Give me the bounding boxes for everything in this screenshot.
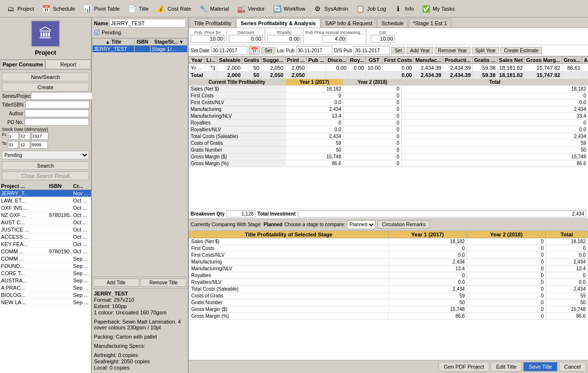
stock-from-mm[interactable]: 12: [20, 132, 30, 140]
pub-price-annual-input[interactable]: 4.00: [322, 35, 347, 43]
data-table-cell: [205, 72, 217, 79]
project-list-item[interactable]: JERRY_T...Nov ...: [0, 190, 91, 197]
project-list-item[interactable]: ACCESS ...Oct ...: [0, 233, 91, 241]
comp-label-cell: Costs of Gratis: [189, 292, 389, 299]
toolbar-sysadmin[interactable]: ⚙ SysAdmin: [309, 2, 352, 16]
data-table-cell: *1: [205, 64, 217, 72]
cancel-button[interactable]: Cancel: [559, 362, 586, 372]
pa-row-label: Total Costs (Saleable): [189, 133, 286, 140]
tab-report[interactable]: Report: [45, 60, 91, 69]
po-no-input[interactable]: [25, 118, 89, 126]
tab-title-profitability[interactable]: Title Profitability: [190, 18, 236, 28]
total-investment-input[interactable]: 2,434: [298, 210, 586, 218]
tab-series-profitability[interactable]: Series Profitability & Analysis: [236, 18, 320, 28]
comp-label-cell: First Costs/NLV: [189, 251, 389, 258]
tab-sap-info[interactable]: SAP Info & Request: [321, 18, 377, 28]
toolbar-material[interactable]: 🔧 Material: [195, 2, 232, 16]
toolbar-info[interactable]: ℹ Info: [390, 2, 417, 16]
tab-stage1-est1[interactable]: *Stage 1 Est 1: [408, 18, 451, 28]
joblog-icon: 📋: [355, 3, 366, 14]
project-list-item[interactable]: KEY FEA...Oct ...: [0, 241, 91, 248]
project-list-item[interactable]: COMM ...9780190...Oct ...: [0, 248, 91, 255]
name-value-input[interactable]: JERRY_TEST: [109, 19, 186, 28]
project-list-item[interactable]: FOUND...Sep ...: [0, 263, 91, 270]
pending-select[interactable]: Pending: [2, 151, 89, 159]
comp-th-year1: Year 1 (2017): [388, 231, 467, 238]
project-list-item[interactable]: OXF INS ...Oct ...: [0, 204, 91, 212]
discount-group: Discount 0.00: [229, 30, 263, 43]
set-button2[interactable]: Set: [391, 47, 405, 54]
set-date-input[interactable]: 30-11-2017: [211, 46, 247, 55]
toolbar-pivot[interactable]: 📊 Pivot Table: [78, 2, 123, 16]
project-list-item[interactable]: JUSTICE ...Oct ...: [0, 226, 91, 233]
series-project-input[interactable]: [31, 92, 95, 100]
calendar-icon[interactable]: 📅: [249, 46, 260, 55]
toolbar-costrate[interactable]: 💰 Cost Rate: [152, 2, 195, 16]
data-table-cell: 2,434.39: [414, 64, 443, 72]
compare-stage-select[interactable]: Planned: [347, 220, 376, 229]
remove-year-button[interactable]: Remove Year: [435, 47, 470, 54]
close-search-button[interactable]: Close Search Result: [2, 171, 89, 180]
toolbar-vendor[interactable]: 🏭 Vendor: [232, 2, 268, 16]
author-input[interactable]: [25, 109, 89, 117]
project-list-item[interactable]: A PRAC...Sep ...: [0, 284, 91, 292]
toolbar-project[interactable]: 🗂 Project: [2, 2, 37, 16]
breakeven-row: Breakeven Qty 1,128 Total Investment 2,4…: [189, 209, 588, 218]
toolbar-mytasks[interactable]: ✅ My Tasks: [417, 2, 458, 16]
toolbar-schedule[interactable]: 📅 Schedule: [37, 2, 78, 16]
project-list-item[interactable]: BIOLOG...Sep ...: [0, 292, 91, 299]
add-title-button[interactable]: Add Title: [93, 279, 139, 287]
pending-label: Pending: [102, 30, 121, 35]
stock-from-yyyy[interactable]: 1917: [31, 132, 48, 140]
edit-title-button[interactable]: Edit Title: [491, 362, 522, 372]
pa-row: Gratis Number 50 0 50: [189, 147, 588, 154]
tab-schedule[interactable]: Schedule: [377, 18, 408, 28]
discount-input[interactable]: 0.00: [229, 35, 263, 43]
gst-input[interactable]: 10.00: [371, 35, 395, 43]
stock-to-mm[interactable]: 12: [19, 141, 30, 149]
data-table-cell: 2,434.39: [443, 72, 472, 79]
comp-th-year2: Year 2 (2018): [467, 231, 546, 238]
toolbar-workflow[interactable]: 🔄 Workflow: [268, 2, 309, 16]
royalty-input[interactable]: 0.00: [267, 35, 301, 43]
data-table-header: Au...: [582, 57, 588, 64]
comp-total-cell: 0.0: [546, 251, 588, 258]
project-list-item[interactable]: NZ OXF ...9780195...Oct ...: [0, 212, 91, 219]
project-list-item[interactable]: COMM ...Sep ...: [0, 255, 91, 263]
search-button[interactable]: Search: [2, 161, 89, 170]
project-list-item[interactable]: NEW LA...Sep ...: [0, 299, 91, 306]
comp-y1-cell: 13.4: [388, 265, 467, 272]
comp-th-total: Total: [546, 231, 588, 238]
title-isbn-input[interactable]: [25, 101, 90, 109]
project-list-item[interactable]: AUSTRA...Sep ...: [0, 277, 91, 284]
set-button[interactable]: Set: [261, 47, 275, 54]
os-pub-input[interactable]: 30-11-2017: [353, 46, 390, 55]
stock-to-yyyy[interactable]: 9999: [31, 141, 48, 149]
loc-pub-input[interactable]: 30-11-2017: [296, 46, 332, 55]
stock-to-dd[interactable]: 31: [8, 141, 18, 149]
toolbar-joblog[interactable]: 📋 Job Log: [352, 2, 390, 16]
comp-table-row: Total Costs (Saleable)2,43402,434: [189, 285, 588, 292]
titles-table-row[interactable]: JERRY_TESTStage 1/...: [92, 46, 188, 53]
split-year-button[interactable]: Split Year: [472, 47, 499, 54]
pub-price-input[interactable]: 10.00: [191, 35, 225, 43]
remove-title-button[interactable]: Remove Title: [140, 279, 187, 287]
circulation-remarks-button[interactable]: Circulation Remarks: [377, 220, 430, 229]
pa-row: Total Costs (Saleable) 2,434 0 2,434: [189, 133, 588, 140]
tab-paper-consume[interactable]: Paper Consume: [0, 60, 45, 69]
toolbar-title[interactable]: 📄 Title: [123, 2, 152, 16]
pa-total-header: Total: [402, 79, 588, 85]
stock-from-dd[interactable]: 1: [8, 132, 19, 140]
gen-pdf-button[interactable]: Gen PDF Project: [438, 362, 489, 372]
project-list-item[interactable]: AUST C...Oct ...: [0, 219, 91, 226]
save-title-button[interactable]: Save Title: [523, 362, 557, 372]
create-button[interactable]: Create: [2, 83, 89, 92]
project-list-item[interactable]: CORE T...Sep ...: [0, 270, 91, 277]
data-table-cell: 2,000: [217, 64, 242, 72]
project-list-item[interactable]: LAW, ET...Oct ...: [0, 197, 91, 204]
add-year-button[interactable]: Add Year: [407, 47, 433, 54]
breakeven-qty-input[interactable]: 1,128: [226, 210, 256, 218]
new-search-button[interactable]: New/Search: [2, 73, 89, 81]
stock-date-to-row: To 31 12 9999: [2, 141, 89, 149]
create-estimate-button[interactable]: Create Estimate: [500, 47, 542, 54]
